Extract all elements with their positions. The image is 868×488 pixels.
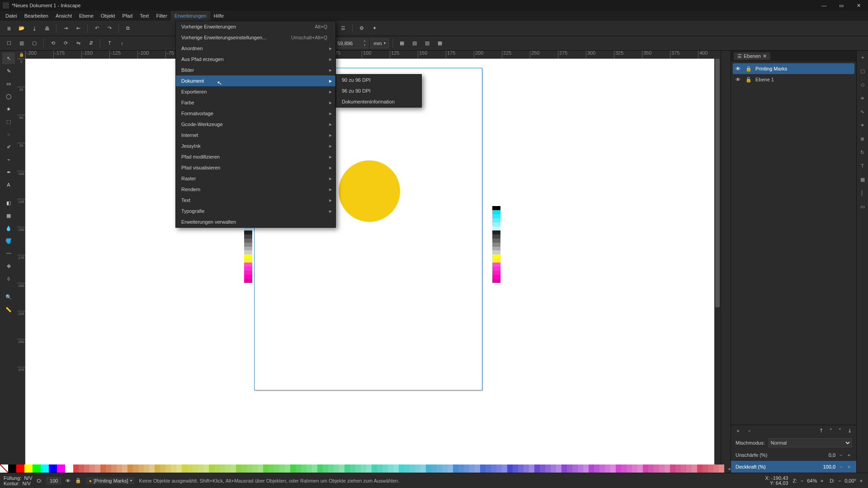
color-swatch[interactable] [659, 465, 665, 473]
calligraphy-tool[interactable]: ✒ [2, 166, 15, 178]
snap-grid-icon[interactable]: ▦ [859, 175, 867, 183]
color-swatch[interactable] [225, 465, 231, 473]
snap-guide-icon[interactable]: │ [859, 189, 867, 197]
current-layer-indicator[interactable]: ● [Printing Marks] ▾ [86, 477, 134, 484]
close-button[interactable]: ✕ [852, 1, 865, 10]
snap-path-icon[interactable]: ∿ [859, 108, 867, 116]
affect-scale-button[interactable]: ▧ [409, 38, 420, 49]
zoom-tool[interactable]: 🔍 [2, 291, 15, 303]
color-swatch[interactable] [388, 465, 393, 473]
color-swatch[interactable] [95, 465, 100, 473]
star-tool[interactable]: ★ [2, 103, 15, 115]
color-swatch[interactable] [372, 465, 377, 473]
menu-item[interactable]: Raster▶ [176, 173, 335, 184]
dropper-tool[interactable]: 💧 [2, 222, 15, 234]
color-swatch[interactable] [703, 465, 708, 473]
snap-text-icon[interactable]: T [859, 162, 867, 170]
color-swatch[interactable] [708, 465, 713, 473]
layer-row[interactable]: 👁🔒Printing Marks [733, 63, 854, 74]
color-swatch[interactable] [464, 465, 469, 473]
color-swatch[interactable] [155, 465, 160, 473]
menu-item[interactable]: Formatvorlage▶ [176, 108, 335, 119]
color-swatch[interactable] [122, 465, 127, 473]
snap-node-icon[interactable]: ◇ [859, 80, 867, 89]
color-swatch[interactable] [285, 465, 290, 473]
no-color-swatch[interactable] [0, 465, 8, 473]
flip-v-button[interactable]: ⇵ [85, 38, 96, 49]
document-submenu[interactable]: 90 zu 96 DPI96 zu 90 DPIDokumenteninform… [336, 74, 422, 108]
pencil-tool[interactable]: ✐ [2, 141, 15, 153]
horizontal-ruler[interactable]: -200-175-150-125-100-75-50-2502550751001… [25, 51, 714, 59]
submenu-item[interactable]: 96 zu 90 DPI [336, 85, 421, 96]
color-swatch[interactable] [252, 465, 258, 473]
zoom-out-button[interactable]: − [799, 478, 805, 483]
color-swatch[interactable] [24, 465, 33, 473]
color-swatch[interactable] [670, 465, 675, 473]
open-button[interactable]: 📂 [16, 23, 27, 34]
color-swatch[interactable] [589, 465, 594, 473]
visibility-icon[interactable]: 👁 [736, 77, 742, 82]
snap-rotation-icon[interactable]: ↻ [859, 148, 867, 156]
height-value[interactable]: 59,896 [335, 41, 362, 46]
menu-filter[interactable]: Filter [152, 11, 170, 21]
color-swatch[interactable] [328, 465, 334, 473]
color-swatch[interactable] [665, 465, 670, 473]
save-button[interactable]: ⭳ [29, 23, 40, 34]
fill-stroke-indicator[interactable]: Füllung:N/V Kontur:N/V [4, 475, 32, 486]
color-swatch[interactable] [561, 465, 567, 473]
color-swatch[interactable] [399, 465, 404, 473]
menu-item[interactable]: Pfad visualisieren▶ [176, 162, 335, 173]
color-swatch[interactable] [426, 465, 431, 473]
maximize-button[interactable]: ▭ [835, 1, 848, 10]
lock-icon[interactable]: 🔒 [75, 478, 81, 483]
color-swatch[interactable] [301, 465, 307, 473]
color-swatch[interactable] [16, 465, 24, 473]
color-swatch[interactable] [241, 465, 247, 473]
color-swatch[interactable] [534, 465, 540, 473]
ellipse-tool[interactable]: ◯ [2, 90, 15, 102]
color-swatch[interactable] [627, 465, 632, 473]
color-swatch[interactable] [176, 465, 182, 473]
color-swatch[interactable] [323, 465, 328, 473]
minimize-button[interactable]: — [817, 1, 831, 10]
snap-page-icon[interactable]: ▭ [859, 202, 867, 211]
lock-icon[interactable]: 🔓 [745, 77, 752, 83]
color-swatch[interactable] [41, 465, 49, 473]
menu-text[interactable]: Text [136, 11, 152, 21]
color-swatch[interactable] [79, 465, 84, 473]
raise-top-button[interactable]: ⤒ [104, 38, 115, 49]
color-swatch[interactable] [502, 465, 507, 473]
snap-intersect-icon[interactable]: ✶ [859, 121, 867, 129]
lock-icon[interactable]: 🔒 [745, 66, 752, 72]
color-swatch[interactable] [193, 465, 198, 473]
color-swatch[interactable] [106, 465, 111, 473]
color-swatch[interactable] [138, 465, 144, 473]
export-button[interactable]: ⇤ [73, 23, 84, 34]
color-swatch[interactable] [160, 465, 165, 473]
blur-minus[interactable]: − [838, 452, 844, 458]
color-swatch[interactable] [258, 465, 263, 473]
color-swatch[interactable] [73, 465, 79, 473]
color-swatch[interactable] [117, 465, 122, 473]
snap-toggle-icon[interactable]: ⌖ [859, 53, 867, 61]
layers-tab[interactable]: ☰ Ebenen ✕ [734, 52, 770, 60]
color-swatch[interactable] [507, 465, 513, 473]
color-swatch[interactable] [442, 465, 448, 473]
spray-tool[interactable]: ❉ [2, 260, 15, 272]
color-swatch[interactable] [90, 465, 95, 473]
menu-item[interactable]: Gcode-Werkzeuge▶ [176, 119, 335, 130]
menu-item[interactable]: Rendern▶ [176, 184, 335, 195]
menu-pfad[interactable]: Pfad [119, 11, 137, 21]
submenu-item[interactable]: Dokumenteninformation [336, 96, 421, 107]
color-swatch[interactable] [296, 465, 301, 473]
color-swatch[interactable] [57, 465, 65, 473]
add-layer-button[interactable]: ＋ [736, 427, 741, 434]
menu-datei[interactable]: Datei [2, 11, 21, 21]
color-swatch[interactable] [616, 465, 621, 473]
color-swatch[interactable] [453, 465, 458, 473]
color-swatch[interactable] [247, 465, 252, 473]
color-swatch[interactable] [448, 465, 453, 473]
layer-bottom-button[interactable]: ⤓ [848, 428, 852, 434]
color-swatch[interactable] [334, 465, 339, 473]
deselect-button[interactable]: ▢ [29, 38, 40, 49]
